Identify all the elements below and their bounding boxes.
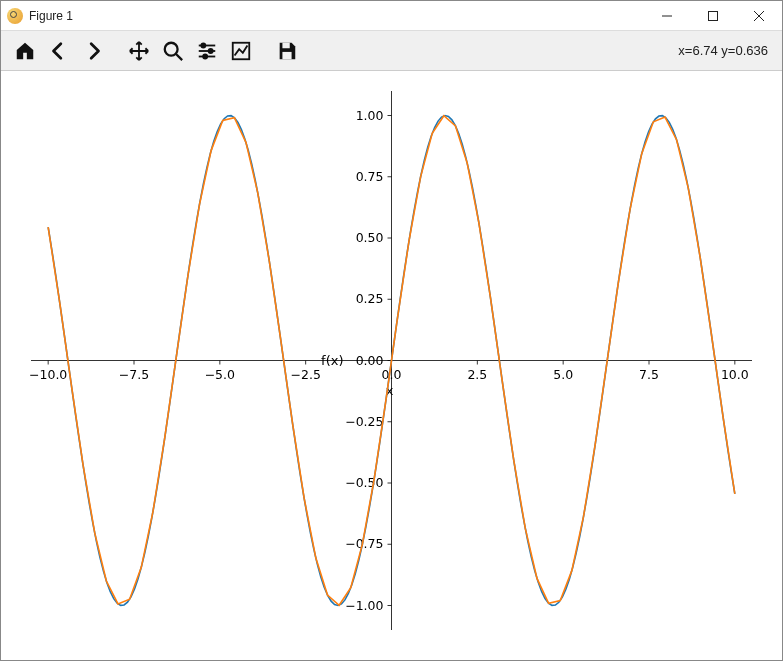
x-tick-label: −5.0 [205,367,235,382]
plot-area[interactable]: −10.0−7.5−5.0−2.50.02.55.07.510.0−1.00−0… [1,71,782,660]
figure-window: Figure 1 [0,0,783,661]
back-button[interactable] [43,35,75,67]
svg-point-9 [209,48,213,52]
minimize-button[interactable] [644,1,690,31]
svg-point-7 [201,43,205,47]
move-icon [128,40,150,62]
chart-line-icon [230,40,252,62]
save-icon [276,40,298,62]
zoom-icon [162,40,184,62]
x-tick-label: −7.5 [119,367,149,382]
pan-button[interactable] [123,35,155,67]
maximize-icon [708,11,718,21]
svg-rect-14 [282,51,291,58]
home-button[interactable] [9,35,41,67]
svg-line-5 [176,53,182,59]
zoom-button[interactable] [157,35,189,67]
y-tick-label: −1.00 [345,598,383,613]
plot-canvas: −10.0−7.5−5.0−2.50.02.55.07.510.0−1.00−0… [1,71,782,660]
svg-rect-13 [282,42,289,48]
window-title: Figure 1 [29,9,73,23]
y-tick-label: 0.00 [356,353,384,368]
arrow-left-icon [48,40,70,62]
svg-point-11 [203,54,207,58]
x-tick-label: 2.5 [467,367,487,382]
y-tick-label: 0.25 [356,291,384,306]
sliders-icon [196,40,218,62]
edit-axes-button[interactable] [225,35,257,67]
y-tick-label: −0.25 [345,414,383,429]
y-tick-label: −0.50 [345,475,383,490]
maximize-button[interactable] [690,1,736,31]
configure-subplots-button[interactable] [191,35,223,67]
y-tick-label: 0.50 [356,230,384,245]
svg-point-4 [165,42,178,55]
close-icon [754,11,764,21]
save-button[interactable] [271,35,303,67]
svg-rect-1 [709,11,718,20]
coordinate-readout: x=6.74 y=0.636 [678,43,774,58]
x-tick-label: 10.0 [721,367,749,382]
minimize-icon [662,11,672,21]
x-tick-label: −10.0 [29,367,67,382]
x-tick-label: 0.0 [382,367,402,382]
y-axis-label: f(x) [321,353,343,368]
titlebar: Figure 1 [1,1,782,31]
x-tick-label: 5.0 [553,367,573,382]
app-icon [7,8,23,24]
home-icon [14,40,36,62]
close-button[interactable] [736,1,782,31]
forward-button[interactable] [77,35,109,67]
y-tick-label: 0.75 [356,169,384,184]
x-tick-label: −2.5 [290,367,320,382]
y-tick-label: 1.00 [356,108,384,123]
toolbar: x=6.74 y=0.636 [1,31,782,71]
x-tick-label: 7.5 [639,367,659,382]
arrow-right-icon [82,40,104,62]
